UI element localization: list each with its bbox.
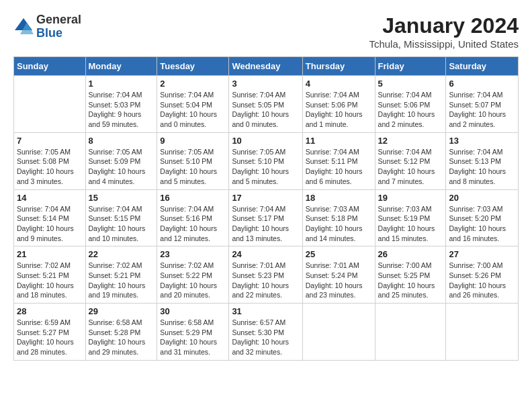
calendar-cell: 19Sunrise: 7:03 AMSunset: 5:19 PMDayligh… <box>375 189 446 246</box>
calendar-cell: 27Sunrise: 7:00 AMSunset: 5:26 PMDayligh… <box>446 246 519 304</box>
calendar-cell: 31Sunrise: 6:57 AMSunset: 5:30 PMDayligh… <box>229 304 302 361</box>
day-number: 15 <box>89 193 154 203</box>
calendar-cell <box>302 304 375 361</box>
calendar-cell: 12Sunrise: 7:04 AMSunset: 5:12 PMDayligh… <box>375 132 446 189</box>
day-number: 22 <box>89 249 154 259</box>
day-number: 12 <box>378 136 443 146</box>
day-number: 25 <box>306 249 372 259</box>
week-row-2: 14Sunrise: 7:04 AMSunset: 5:14 PMDayligh… <box>14 189 519 246</box>
calendar-cell: 5Sunrise: 7:04 AMSunset: 5:06 PMDaylight… <box>375 76 446 133</box>
day-number: 4 <box>306 79 372 89</box>
week-row-0: 1Sunrise: 7:04 AMSunset: 5:03 PMDaylight… <box>14 76 519 133</box>
day-number: 23 <box>160 249 226 259</box>
calendar-cell: 16Sunrise: 7:04 AMSunset: 5:16 PMDayligh… <box>157 189 229 246</box>
calendar-cell: 1Sunrise: 7:04 AMSunset: 5:03 PMDaylight… <box>85 76 157 133</box>
day-number: 28 <box>17 306 83 316</box>
day-info: Sunrise: 7:03 AMSunset: 5:19 PMDaylight:… <box>378 204 443 244</box>
calendar-cell: 20Sunrise: 7:03 AMSunset: 5:20 PMDayligh… <box>446 189 519 246</box>
week-row-4: 28Sunrise: 6:59 AMSunset: 5:27 PMDayligh… <box>14 304 519 361</box>
calendar-cell <box>446 304 519 361</box>
calendar-cell: 15Sunrise: 7:04 AMSunset: 5:15 PMDayligh… <box>85 189 157 246</box>
day-number: 13 <box>449 136 515 146</box>
day-number: 17 <box>232 193 299 203</box>
calendar-cell: 26Sunrise: 7:00 AMSunset: 5:25 PMDayligh… <box>375 246 446 304</box>
day-info: Sunrise: 7:04 AMSunset: 5:16 PMDaylight:… <box>160 204 226 244</box>
day-info: Sunrise: 7:04 AMSunset: 5:11 PMDaylight:… <box>306 147 372 187</box>
day-number: 6 <box>449 79 515 89</box>
calendar-cell: 2Sunrise: 7:04 AMSunset: 5:04 PMDaylight… <box>157 76 229 133</box>
day-number: 14 <box>17 193 83 203</box>
day-info: Sunrise: 7:05 AMSunset: 5:08 PMDaylight:… <box>17 147 83 187</box>
day-info: Sunrise: 7:03 AMSunset: 5:20 PMDaylight:… <box>449 204 515 244</box>
day-info: Sunrise: 7:04 AMSunset: 5:05 PMDaylight:… <box>232 90 299 130</box>
calendar-cell <box>14 76 86 133</box>
day-info: Sunrise: 7:02 AMSunset: 5:21 PMDaylight:… <box>89 261 154 300</box>
day-info: Sunrise: 7:01 AMSunset: 5:23 PMDaylight:… <box>232 261 299 300</box>
calendar-cell: 17Sunrise: 7:04 AMSunset: 5:17 PMDayligh… <box>229 189 302 246</box>
day-number: 31 <box>232 306 299 316</box>
calendar-cell: 13Sunrise: 7:04 AMSunset: 5:13 PMDayligh… <box>446 132 519 189</box>
logo-general-text: General <box>36 13 81 27</box>
day-info: Sunrise: 6:59 AMSunset: 5:27 PMDaylight:… <box>17 318 83 357</box>
header-day-sunday: Sunday <box>14 57 86 76</box>
day-info: Sunrise: 7:04 AMSunset: 5:06 PMDaylight:… <box>378 90 443 130</box>
calendar-cell: 18Sunrise: 7:03 AMSunset: 5:18 PMDayligh… <box>302 189 375 246</box>
calendar-table: SundayMondayTuesdayWednesdayThursdayFrid… <box>13 56 519 361</box>
day-number: 2 <box>160 79 226 89</box>
day-number: 3 <box>232 79 299 89</box>
day-number: 10 <box>232 136 299 146</box>
calendar-cell: 4Sunrise: 7:04 AMSunset: 5:06 PMDaylight… <box>302 76 375 133</box>
title-block: January 2024 Tchula, Mississippi, United… <box>369 13 519 50</box>
header-day-wednesday: Wednesday <box>229 57 302 76</box>
day-info: Sunrise: 7:02 AMSunset: 5:21 PMDaylight:… <box>17 261 83 300</box>
calendar-cell: 24Sunrise: 7:01 AMSunset: 5:23 PMDayligh… <box>229 246 302 304</box>
day-info: Sunrise: 7:04 AMSunset: 5:17 PMDaylight:… <box>232 204 299 244</box>
day-info: Sunrise: 7:05 AMSunset: 5:10 PMDaylight:… <box>160 147 226 187</box>
header-row: SundayMondayTuesdayWednesdayThursdayFrid… <box>14 57 519 76</box>
day-info: Sunrise: 7:04 AMSunset: 5:15 PMDaylight:… <box>89 204 154 244</box>
day-number: 16 <box>160 193 226 203</box>
day-number: 18 <box>306 193 372 203</box>
day-number: 26 <box>378 249 443 259</box>
day-info: Sunrise: 7:04 AMSunset: 5:13 PMDaylight:… <box>449 147 515 187</box>
calendar-cell: 28Sunrise: 6:59 AMSunset: 5:27 PMDayligh… <box>14 304 86 361</box>
day-number: 5 <box>378 79 443 89</box>
calendar-cell <box>375 304 446 361</box>
day-info: Sunrise: 7:03 AMSunset: 5:18 PMDaylight:… <box>306 204 372 244</box>
header-day-tuesday: Tuesday <box>157 57 229 76</box>
day-number: 29 <box>89 306 154 316</box>
day-number: 30 <box>160 306 226 316</box>
calendar-header: SundayMondayTuesdayWednesdayThursdayFrid… <box>14 57 519 76</box>
logo: General Blue <box>13 13 81 40</box>
header-day-saturday: Saturday <box>446 57 519 76</box>
calendar-cell: 22Sunrise: 7:02 AMSunset: 5:21 PMDayligh… <box>85 246 157 304</box>
day-number: 11 <box>306 136 372 146</box>
calendar-cell: 11Sunrise: 7:04 AMSunset: 5:11 PMDayligh… <box>302 132 375 189</box>
day-info: Sunrise: 7:05 AMSunset: 5:10 PMDaylight:… <box>232 147 299 187</box>
week-row-3: 21Sunrise: 7:02 AMSunset: 5:21 PMDayligh… <box>14 246 519 304</box>
day-number: 20 <box>449 193 515 203</box>
day-number: 1 <box>89 79 154 89</box>
header-day-friday: Friday <box>375 57 446 76</box>
day-number: 19 <box>378 193 443 203</box>
day-info: Sunrise: 7:01 AMSunset: 5:24 PMDaylight:… <box>306 261 372 300</box>
calendar-cell: 21Sunrise: 7:02 AMSunset: 5:21 PMDayligh… <box>14 246 86 304</box>
calendar-cell: 9Sunrise: 7:05 AMSunset: 5:10 PMDaylight… <box>157 132 229 189</box>
day-number: 8 <box>89 136 154 146</box>
calendar-cell: 10Sunrise: 7:05 AMSunset: 5:10 PMDayligh… <box>229 132 302 189</box>
header-day-monday: Monday <box>85 57 157 76</box>
day-number: 27 <box>449 249 515 259</box>
logo-blue-text: Blue <box>36 27 81 40</box>
calendar-subtitle: Tchula, Mississippi, United States <box>369 38 519 50</box>
calendar-cell: 23Sunrise: 7:02 AMSunset: 5:22 PMDayligh… <box>157 246 229 304</box>
calendar-cell: 7Sunrise: 7:05 AMSunset: 5:08 PMDaylight… <box>14 132 86 189</box>
day-info: Sunrise: 7:00 AMSunset: 5:25 PMDaylight:… <box>378 261 443 300</box>
day-info: Sunrise: 7:00 AMSunset: 5:26 PMDaylight:… <box>449 261 515 300</box>
calendar-body: 1Sunrise: 7:04 AMSunset: 5:03 PMDaylight… <box>14 76 519 361</box>
day-info: Sunrise: 7:05 AMSunset: 5:09 PMDaylight:… <box>89 147 154 187</box>
day-info: Sunrise: 6:57 AMSunset: 5:30 PMDaylight:… <box>232 318 299 357</box>
calendar-cell: 3Sunrise: 7:04 AMSunset: 5:05 PMDaylight… <box>229 76 302 133</box>
calendar-cell: 14Sunrise: 7:04 AMSunset: 5:14 PMDayligh… <box>14 189 86 246</box>
day-number: 9 <box>160 136 226 146</box>
calendar-title: January 2024 <box>369 13 519 38</box>
